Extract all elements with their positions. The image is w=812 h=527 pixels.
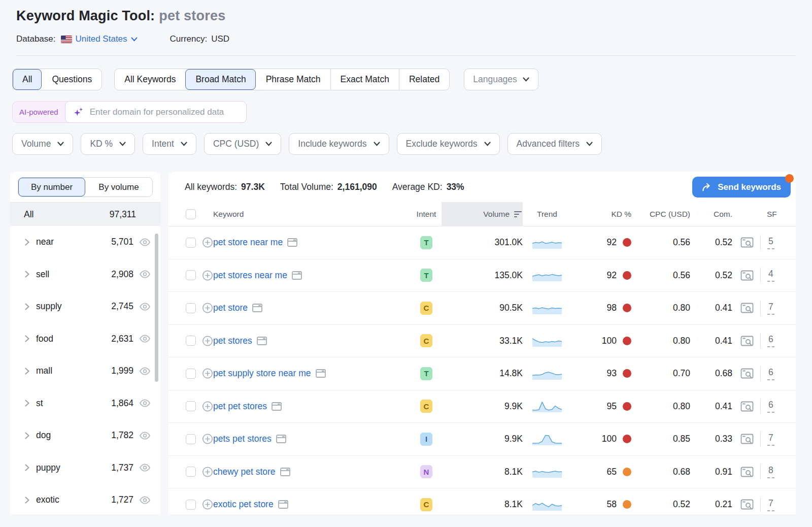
serp-window-icon[interactable] bbox=[257, 337, 267, 345]
database-select[interactable]: United States bbox=[61, 34, 138, 44]
sf-value[interactable]: 6 bbox=[767, 400, 774, 413]
row-checkbox[interactable] bbox=[186, 467, 196, 477]
sidebar-group-near[interactable]: near 5,701 bbox=[10, 226, 160, 258]
col-volume[interactable]: Volume bbox=[442, 202, 523, 226]
sidebar-group-food[interactable]: food 2,631 bbox=[10, 323, 160, 355]
row-checkbox[interactable] bbox=[186, 238, 196, 248]
serp-window-icon[interactable] bbox=[252, 304, 262, 312]
add-keyword-icon[interactable] bbox=[202, 499, 213, 510]
keyword-link[interactable]: exotic pet store bbox=[213, 499, 274, 510]
serp-preview-icon[interactable] bbox=[740, 237, 754, 248]
keyword-link[interactable]: pet stores near me bbox=[213, 270, 287, 281]
col-trend[interactable]: Trend bbox=[523, 210, 571, 219]
sf-value[interactable]: 4 bbox=[767, 269, 774, 282]
serp-preview-icon[interactable] bbox=[740, 368, 754, 379]
filter-kd[interactable]: KD % bbox=[81, 133, 135, 155]
sf-value[interactable]: 7 bbox=[767, 498, 774, 511]
sidebar-group-sell[interactable]: sell 2,908 bbox=[10, 258, 160, 291]
row-checkbox[interactable] bbox=[186, 369, 196, 379]
sidebar-group-supply[interactable]: supply 2,745 bbox=[10, 290, 160, 323]
add-keyword-icon[interactable] bbox=[202, 237, 213, 248]
serp-preview-icon[interactable] bbox=[740, 401, 754, 412]
eye-icon[interactable] bbox=[139, 303, 151, 311]
filter-include-keywords[interactable]: Include keywords bbox=[289, 133, 389, 155]
col-com[interactable]: Com. bbox=[690, 210, 732, 219]
eye-icon[interactable] bbox=[139, 270, 151, 278]
serp-preview-icon[interactable] bbox=[740, 336, 754, 346]
col-keyword[interactable]: Keyword bbox=[213, 210, 411, 219]
sf-value[interactable]: 7 bbox=[767, 302, 774, 315]
row-checkbox[interactable] bbox=[186, 434, 196, 444]
col-intent[interactable]: Intent bbox=[411, 210, 442, 219]
add-keyword-icon[interactable] bbox=[202, 368, 213, 379]
serp-window-icon[interactable] bbox=[272, 402, 282, 411]
keyword-link[interactable]: pet pet stores bbox=[213, 401, 267, 412]
sidebar-all-row[interactable]: All 97,311 bbox=[10, 202, 160, 226]
keyword-link[interactable]: pets pet stores bbox=[213, 434, 272, 444]
serp-preview-icon[interactable] bbox=[740, 499, 754, 510]
col-sf[interactable]: SF bbox=[732, 210, 796, 219]
filter-exclude-keywords[interactable]: Exclude keywords bbox=[397, 133, 500, 155]
tab-all[interactable]: All bbox=[13, 69, 42, 90]
sort-by-volume-tab[interactable]: By volume bbox=[85, 178, 152, 196]
col-kd[interactable]: KD % bbox=[571, 210, 631, 219]
sort-by-number-tab[interactable]: By number bbox=[18, 178, 85, 196]
add-keyword-icon[interactable] bbox=[202, 466, 213, 478]
filter-advanced-filters[interactable]: Advanced filters bbox=[507, 133, 602, 155]
sf-value[interactable]: 5 bbox=[767, 236, 774, 249]
sidebar-group-st[interactable]: st 1,864 bbox=[10, 387, 160, 420]
tab-questions[interactable]: Questions bbox=[42, 69, 101, 90]
add-keyword-icon[interactable] bbox=[202, 335, 213, 347]
filter-intent[interactable]: Intent bbox=[143, 133, 196, 155]
sidebar-group-exotic[interactable]: exotic 1,727 bbox=[10, 484, 160, 514]
eye-icon[interactable] bbox=[139, 496, 151, 504]
serp-window-icon[interactable] bbox=[278, 500, 288, 509]
eye-icon[interactable] bbox=[139, 335, 151, 343]
filter-volume[interactable]: Volume bbox=[12, 133, 73, 155]
keyword-link[interactable]: pet stores bbox=[213, 336, 252, 346]
sidebar-group-puppy[interactable]: puppy 1,737 bbox=[10, 452, 160, 484]
serp-preview-icon[interactable] bbox=[740, 270, 754, 281]
keyword-link[interactable]: pet store near me bbox=[213, 237, 283, 248]
add-keyword-icon[interactable] bbox=[202, 401, 213, 412]
row-checkbox[interactable] bbox=[186, 401, 196, 411]
sf-value[interactable]: 6 bbox=[767, 367, 774, 380]
keyword-link[interactable]: pet store bbox=[213, 303, 248, 313]
serp-window-icon[interactable] bbox=[276, 435, 286, 443]
tab-all-keywords[interactable]: All Keywords bbox=[115, 69, 185, 90]
serp-preview-icon[interactable] bbox=[740, 303, 754, 313]
add-keyword-icon[interactable] bbox=[202, 433, 213, 445]
tab-phrase-match[interactable]: Phrase Match bbox=[256, 69, 330, 90]
sf-value[interactable]: 7 bbox=[767, 433, 774, 446]
sidebar-scrollbar[interactable] bbox=[155, 234, 158, 382]
domain-input[interactable]: Enter domain for personalized data bbox=[65, 101, 247, 123]
sidebar-group-mall[interactable]: mall 1,999 bbox=[10, 355, 160, 387]
send-keywords-button[interactable]: Send keywords bbox=[692, 177, 791, 197]
languages-dropdown[interactable]: Languages bbox=[464, 69, 538, 90]
row-checkbox[interactable] bbox=[186, 336, 196, 346]
select-all-checkbox[interactable] bbox=[186, 209, 196, 219]
serp-window-icon[interactable] bbox=[280, 468, 290, 476]
filter-cpc-usd[interactable]: CPC (USD) bbox=[204, 133, 281, 155]
serp-preview-icon[interactable] bbox=[740, 467, 754, 477]
eye-icon[interactable] bbox=[139, 464, 151, 472]
sidebar-group-dog[interactable]: dog 1,782 bbox=[10, 419, 160, 452]
keyword-link[interactable]: chewy pet store bbox=[213, 467, 276, 477]
add-keyword-icon[interactable] bbox=[202, 270, 213, 281]
tab-exact-match[interactable]: Exact Match bbox=[330, 69, 399, 90]
eye-icon[interactable] bbox=[139, 399, 151, 407]
tab-related[interactable]: Related bbox=[399, 69, 449, 90]
sf-value[interactable]: 6 bbox=[767, 334, 774, 347]
keyword-link[interactable]: pet supply store near me bbox=[213, 368, 311, 379]
serp-window-icon[interactable] bbox=[316, 369, 326, 378]
eye-icon[interactable] bbox=[139, 367, 151, 375]
serp-window-icon[interactable] bbox=[292, 271, 302, 280]
row-checkbox[interactable] bbox=[186, 303, 196, 313]
tab-broad-match[interactable]: Broad Match bbox=[185, 69, 255, 90]
row-checkbox[interactable] bbox=[186, 270, 196, 280]
sf-value[interactable]: 8 bbox=[767, 465, 774, 478]
serp-preview-icon[interactable] bbox=[740, 434, 754, 444]
row-checkbox[interactable] bbox=[186, 500, 196, 510]
eye-icon[interactable] bbox=[139, 432, 151, 440]
serp-window-icon[interactable] bbox=[287, 238, 297, 247]
